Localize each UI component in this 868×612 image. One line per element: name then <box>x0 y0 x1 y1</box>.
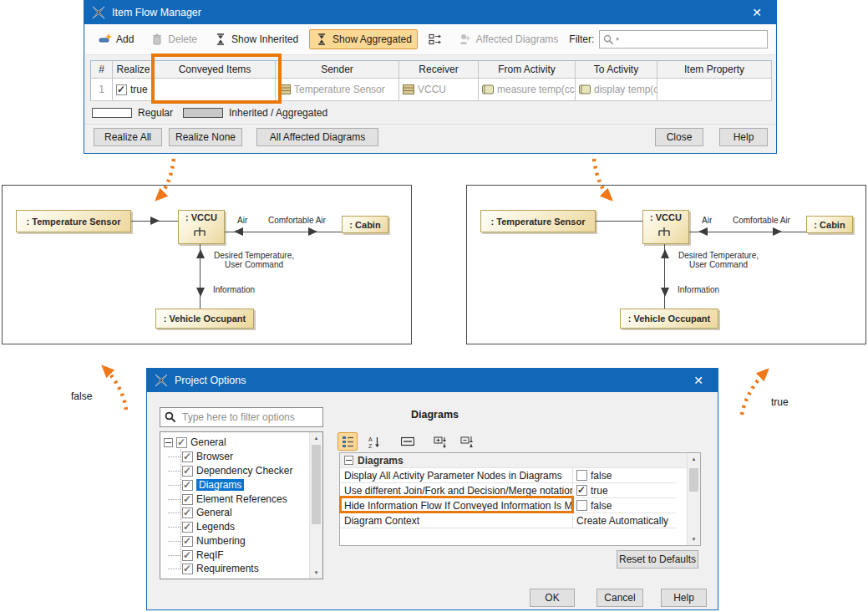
tree-checkbox[interactable] <box>182 564 193 574</box>
filter-dropdown-icon[interactable]: ▾ <box>616 36 619 43</box>
filter-input[interactable]: ▾ <box>599 30 768 48</box>
tree-checkbox[interactable] <box>182 466 193 477</box>
vehicle-occupant-part[interactable]: : Vehicle Occupant <box>155 309 254 329</box>
down-flow-arrow <box>196 288 205 297</box>
option-checkbox[interactable] <box>576 500 587 511</box>
tree-item-dependency-checker[interactable]: Dependency Checker <box>182 464 292 477</box>
tree-item-diagrams[interactable]: Diagrams <box>182 478 244 492</box>
col-header-receiver[interactable]: Receiver <box>399 60 479 79</box>
tree-root-general[interactable]: General <box>164 436 226 449</box>
tree-checkbox[interactable] <box>182 507 193 518</box>
screenshot-root: Item Flow Manager ✕ Add Delete Show Inhe… <box>0 0 868 612</box>
close-button[interactable]: Close <box>655 128 703 146</box>
scrollbar-thumb[interactable] <box>689 468 698 492</box>
option-row[interactable]: Display All Activity Parameter Nodes in … <box>340 468 676 483</box>
scrollbar-thumb[interactable] <box>312 445 321 524</box>
vehicle-occupant-part[interactable]: : Vehicle Occupant <box>620 309 718 329</box>
tree-checkbox[interactable] <box>182 550 193 561</box>
tree-item-element-references[interactable]: Element References <box>182 492 287 506</box>
categorized-view-button[interactable] <box>338 432 358 451</box>
col-header-from-activity[interactable]: From Activity <box>479 60 576 79</box>
activity-icon <box>579 84 591 94</box>
show-inherited-button[interactable]: Show Inherited <box>208 29 304 49</box>
scroll-up-icon[interactable]: ▲ <box>310 432 322 444</box>
sort-alphabetically-button[interactable]: AZ <box>364 432 384 451</box>
realize-cell[interactable]: true <box>113 79 155 101</box>
tree-item-browser[interactable]: Browser <box>182 450 233 463</box>
cabin-part[interactable]: : Cabin <box>806 216 853 233</box>
show-aggregated-button[interactable]: Show Aggregated <box>309 29 418 49</box>
scroll-down-icon[interactable]: ▼ <box>310 567 322 579</box>
delete-button[interactable]: Delete <box>145 29 203 49</box>
ok-button[interactable]: OK <box>530 589 575 607</box>
col-header-item-property[interactable]: Item Property <box>657 60 772 79</box>
activity-icon <box>482 84 494 94</box>
option-checkbox[interactable] <box>576 470 587 481</box>
tree-item-general[interactable]: General <box>182 506 232 519</box>
tree-scrollbar[interactable]: ▲ ▼ <box>309 432 322 579</box>
help-button[interactable]: Help <box>719 128 768 146</box>
options-group-header[interactable]: Diagrams <box>340 453 688 468</box>
realize-all-button[interactable]: Realize All <box>94 128 162 146</box>
tree-checkbox[interactable] <box>182 494 193 505</box>
tree-checkbox[interactable] <box>182 480 193 491</box>
item-property-cell[interactable] <box>657 79 772 101</box>
affected-diagrams-button[interactable]: Affected Diagrams <box>453 29 565 49</box>
tree-item-reqif[interactable]: ReqIF <box>182 548 224 562</box>
expand-all-button[interactable] <box>431 432 451 451</box>
tree-checkbox[interactable] <box>182 451 193 462</box>
sender-value: Temperature Sensor <box>294 84 385 95</box>
show-description-button[interactable] <box>398 432 418 451</box>
reset-to-defaults-button[interactable]: Reset to Defaults <box>617 550 698 569</box>
tree-item-requirements[interactable]: Requirements <box>182 562 259 575</box>
tree-checkbox[interactable] <box>182 536 193 547</box>
options-filter-box <box>160 407 323 427</box>
temperature-sensor-part[interactable]: : Temperature Sensor <box>480 210 596 232</box>
tree-checkbox[interactable] <box>182 522 193 533</box>
tree-root-label[interactable]: General <box>190 436 226 448</box>
ifm-close-icon[interactable]: ✕ <box>745 6 769 19</box>
inherited-label: Inherited / Aggregated <box>229 107 327 119</box>
diagram-flow-shown: : Temperature Sensor : VCCU : Cabin : Ve… <box>2 185 412 344</box>
scroll-up-icon[interactable]: ▲ <box>688 453 700 465</box>
po-help-button[interactable]: Help <box>661 589 707 607</box>
tree-checkbox[interactable] <box>176 437 187 448</box>
connector[interactable] <box>596 221 642 222</box>
add-button[interactable]: Add <box>93 29 140 49</box>
col-header-num[interactable]: # <box>90 60 113 79</box>
col-header-sender[interactable]: Sender <box>276 60 399 79</box>
realize-checkbox[interactable] <box>116 84 127 95</box>
ifm-titlebar[interactable]: Item Flow Manager ✕ <box>84 1 776 24</box>
from-activity-cell[interactable]: measure temp(cc <box>479 79 576 101</box>
realize-none-button[interactable]: Realize None <box>169 128 242 146</box>
arrow-true-to-right-diagram <box>742 370 767 415</box>
to-activity-cell[interactable]: display temp(cc <box>576 79 657 101</box>
collapse-all-button[interactable] <box>458 432 478 451</box>
show-inherited-label: Show Inherited <box>231 33 298 45</box>
po-close-icon[interactable]: ✕ <box>687 374 710 387</box>
option-row[interactable]: Diagram Context Create Automatically <box>340 513 676 528</box>
sender-cell[interactable]: Temperature Sensor <box>276 79 399 101</box>
options-scrollbar[interactable]: ▲ ▼ <box>687 453 700 545</box>
collapse-icon[interactable] <box>164 438 173 447</box>
option-checkbox[interactable] <box>576 485 587 496</box>
scroll-down-icon[interactable]: ▼ <box>688 533 700 545</box>
options-filter-input[interactable] <box>180 411 318 424</box>
receiver-cell[interactable]: VCCU <box>399 79 479 101</box>
tree-item-numbering[interactable]: Numbering <box>182 534 246 548</box>
cabin-part[interactable]: : Cabin <box>342 216 388 233</box>
diagram-flow-hidden: : Temperature Sensor : VCCU : Cabin : Ve… <box>466 185 866 344</box>
col-header-realize[interactable]: Realize <box>113 60 155 79</box>
show-realization-button[interactable] <box>423 29 448 49</box>
col-header-to-activity[interactable]: To Activity <box>576 60 657 79</box>
all-affected-diagrams-button[interactable]: All Affected Diagrams <box>256 128 378 146</box>
collapse-icon[interactable] <box>344 456 353 465</box>
po-titlebar[interactable]: Project Options ✕ <box>147 369 718 392</box>
search-icon <box>603 34 614 45</box>
cancel-button[interactable]: Cancel <box>596 589 643 607</box>
comfortable-air-label: Comfortable Air <box>268 216 326 225</box>
app-icon <box>155 374 168 387</box>
tree-item-legends[interactable]: Legends <box>182 520 235 533</box>
filter-label: Filter: <box>569 33 594 45</box>
temperature-sensor-part[interactable]: : Temperature Sensor <box>16 210 131 232</box>
